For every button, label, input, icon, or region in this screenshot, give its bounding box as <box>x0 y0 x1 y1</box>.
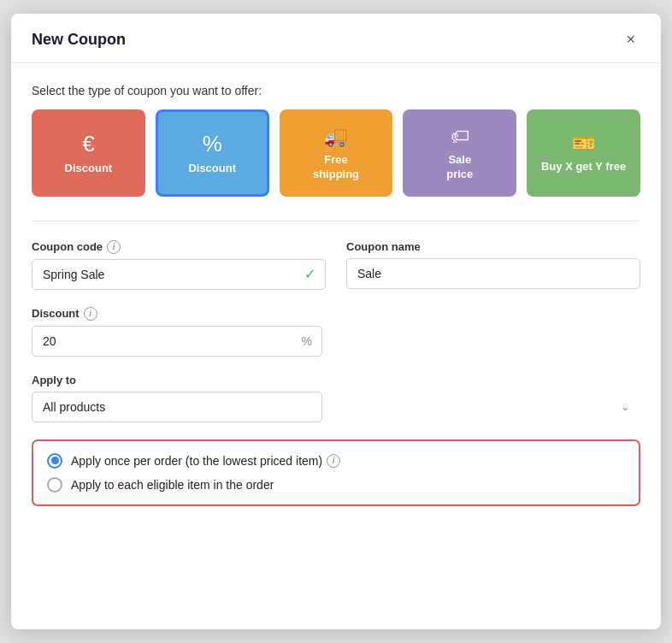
radio-each-eligible-btn[interactable] <box>47 477 62 493</box>
radio-once-per-order-label: Apply once per order (to the lowest pric… <box>71 454 340 468</box>
coupon-type-euro-discount[interactable]: € Discount <box>32 109 145 197</box>
apply-to-group: Apply to All products Specific products … <box>32 374 640 422</box>
coupon-type-percent-discount[interactable]: % Discount <box>156 109 269 197</box>
coupon-name-input[interactable] <box>346 258 640 289</box>
radio-each-eligible[interactable]: Apply to each eligible item in the order <box>47 477 625 493</box>
sale-price-label: Saleprice <box>446 153 473 182</box>
euro-icon: € <box>82 133 94 155</box>
coupon-code-label: Coupon code i <box>32 240 326 254</box>
apply-to-label: Apply to <box>32 374 640 386</box>
coupon-code-input[interactable] <box>32 259 326 290</box>
shipping-icon: 🚚 <box>324 127 347 146</box>
coupon-type-selector: € Discount % Discount 🚚 Freeshipping 🏷 S… <box>32 109 640 197</box>
modal-title: New Coupon <box>32 31 126 49</box>
discount-input-wrapper: % <box>32 326 322 357</box>
gift-icon: 🎫 <box>572 134 595 153</box>
percent-discount-label: Discount <box>188 162 236 176</box>
coupon-name-group: Coupon name <box>346 240 640 290</box>
modal-header: New Coupon × <box>11 14 661 63</box>
percent-icon: % <box>203 133 222 155</box>
modal-body: Select the type of coupon you want to of… <box>11 63 661 530</box>
coupon-type-free-shipping[interactable]: 🚚 Freeshipping <box>280 109 393 197</box>
discount-label: Discount i <box>32 307 322 321</box>
section-divider <box>32 221 640 221</box>
radio-once-per-order[interactable]: Apply once per order (to the lowest pric… <box>47 453 625 469</box>
coupon-type-buy-x-get-y[interactable]: 🎫 Buy X get Y free <box>527 109 640 197</box>
discount-input[interactable] <box>32 326 322 357</box>
new-coupon-modal: New Coupon × Select the type of coupon y… <box>11 14 661 629</box>
euro-discount-label: Discount <box>65 162 113 176</box>
coupon-name-label: Coupon name <box>346 240 640 253</box>
tag-icon: 🏷 <box>451 127 469 146</box>
radio-once-per-order-btn[interactable] <box>47 453 62 469</box>
chevron-down-icon: ⌄ <box>621 400 630 413</box>
coupon-type-sale-price[interactable]: 🏷 Saleprice <box>403 109 516 197</box>
apply-to-select[interactable]: All products Specific products Specific … <box>32 392 322 422</box>
coupon-code-name-row: Coupon code i ✓ Coupon name <box>32 240 640 290</box>
free-shipping-label: Freeshipping <box>313 153 359 182</box>
coupon-type-section-label: Select the type of coupon you want to of… <box>32 84 640 97</box>
buy-x-get-y-label: Buy X get Y free <box>541 160 626 174</box>
radio-each-eligible-label: Apply to each eligible item in the order <box>71 478 274 492</box>
radio-once-info-icon[interactable]: i <box>327 454 340 468</box>
discount-info-icon[interactable]: i <box>84 307 97 321</box>
apply-to-select-wrapper: All products Specific products Specific … <box>32 392 640 422</box>
apply-options-radio-group: Apply once per order (to the lowest pric… <box>32 439 640 506</box>
discount-group: Discount i % <box>32 307 322 357</box>
coupon-code-group: Coupon code i ✓ <box>32 240 326 290</box>
close-button[interactable]: × <box>621 29 640 50</box>
coupon-code-info-icon[interactable]: i <box>107 240 121 254</box>
coupon-code-input-wrapper: ✓ <box>32 259 326 290</box>
